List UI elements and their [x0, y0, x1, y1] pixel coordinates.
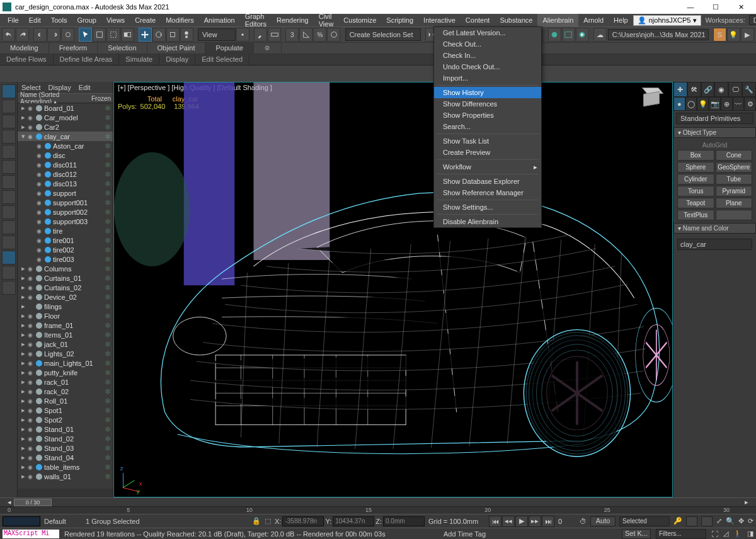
menu-item-check-in-[interactable]: Check In... [434, 50, 541, 61]
menu-item-show-settings-[interactable]: Show Settings... [434, 201, 541, 213]
menu-substance[interactable]: Substance [495, 14, 537, 26]
menu-edit[interactable]: Edit [24, 14, 46, 26]
percent-snap-button[interactable]: % [313, 28, 326, 42]
menu-item-show-reference-manager[interactable]: Show Reference Manager [434, 187, 541, 198]
scene-node-car2[interactable]: ▸◉Car2❄ [18, 122, 113, 132]
scene-node-curtains_01[interactable]: ▸◉Curtains_01❄ [18, 273, 113, 283]
rollout-name-color[interactable]: Name and Color [673, 223, 756, 234]
close-button[interactable]: ✕ [728, 0, 753, 14]
sub-geometry[interactable]: ● [673, 97, 685, 111]
tab-hierarchy[interactable]: 🔗 [701, 82, 715, 97]
display-containers-button[interactable] [2, 235, 16, 249]
goto-start-button[interactable]: ⏮ [489, 516, 501, 527]
menu-create[interactable]: Create [130, 14, 161, 26]
scene-node-rack_01[interactable]: ▸◉rack_01❄ [18, 377, 113, 387]
scene-node-aston_car[interactable]: ◉Aston_car❄ [18, 141, 113, 150]
create-pyramid[interactable]: Pyramid [716, 186, 753, 196]
link-button[interactable] [33, 28, 47, 42]
scene-node-clay_car[interactable]: ▾◉clay_car❄ [18, 132, 113, 141]
scene-node-support[interactable]: ◉support❄ [18, 188, 113, 198]
menu-views[interactable]: Views [101, 14, 130, 26]
menu-item-show-task-list[interactable]: Show Task List [434, 135, 541, 147]
z-input[interactable]: 0.0mm [383, 516, 425, 526]
scene-explorer-select[interactable]: Select [21, 84, 41, 91]
timeline-prev-icon[interactable]: ◂ [8, 498, 11, 506]
ribbon-sub-edit-selected[interactable]: Edit Selected [195, 54, 249, 65]
select-region-button[interactable] [106, 28, 120, 42]
display-groups-button[interactable] [2, 190, 16, 204]
menu-scripting[interactable]: Scripting [381, 14, 418, 26]
scene-node-columns[interactable]: ▸◉Columns❄ [18, 264, 113, 273]
autogrid-checkbox[interactable]: AutoGrid [677, 140, 752, 150]
scene-node-disc012[interactable]: ◉disc012❄ [18, 169, 113, 179]
menu-interactive[interactable]: Interactive [418, 14, 461, 26]
time-ruler[interactable]: 051015202530 [0, 506, 756, 514]
tab-utilities[interactable]: 🔧 [742, 82, 756, 97]
walk-button[interactable]: 🚶 [733, 530, 742, 538]
scene-node-stand_02[interactable]: ▸◉Stand_02❄ [18, 434, 113, 443]
ribbon-tab-selection[interactable]: Selection [98, 43, 147, 54]
scene-node-disc[interactable]: ◉disc❄ [18, 150, 113, 160]
menu-customize[interactable]: Customize [338, 14, 381, 26]
selection-lock-icon[interactable]: ⬚ [265, 517, 271, 525]
select-manipulate-button[interactable] [254, 28, 267, 42]
menu-rendering[interactable]: Rendering [272, 14, 314, 26]
primitive-category-dropdown[interactable]: Standard Primitives [676, 113, 753, 124]
menu-item-check-out-[interactable]: Check Out... [434, 38, 541, 50]
maxscript-listener[interactable]: MAXScript Mi [3, 530, 59, 538]
signed-in-user[interactable]: 👤 njohnsJXCP5 ▾ [633, 15, 702, 26]
menu-group[interactable]: Group [72, 14, 101, 26]
current-frame-input[interactable]: 0 [558, 518, 576, 525]
display-shapes-button[interactable] [2, 115, 16, 128]
redo-button[interactable] [16, 28, 29, 42]
window-crossing-button[interactable] [121, 28, 134, 42]
select-rotate-button[interactable] [152, 28, 166, 42]
zoom-extents-button[interactable]: ⤢ [716, 517, 722, 525]
sub-helpers[interactable]: ⊕ [721, 97, 733, 111]
create-cylinder[interactable]: Cylinder [677, 174, 714, 184]
select-move-button[interactable] [139, 28, 152, 42]
x-input[interactable]: -3588.978n [282, 516, 324, 526]
next-frame-button[interactable]: ▸▸ [529, 516, 541, 527]
scene-explorer-display[interactable]: Display [49, 84, 71, 91]
menu-alienbrain[interactable]: Alienbrain [537, 14, 578, 26]
display-all-button[interactable] [2, 84, 16, 98]
arnold-render-button[interactable]: ▶ [741, 28, 754, 42]
rollout-object-type[interactable]: Object Type [673, 127, 756, 138]
scene-node-support002[interactable]: ◉support002❄ [18, 207, 113, 217]
scene-node-roll_01[interactable]: ▸◉Roll_01❄ [18, 396, 113, 406]
time-config-button[interactable]: ⏱ [580, 518, 587, 525]
scene-node-rack_02[interactable]: ▸◉rack_02❄ [18, 387, 113, 396]
sub-spacewarp[interactable]: 〰 [733, 97, 745, 111]
project-path[interactable]: C:\Users\njoh...\3ds Max 2021 [608, 29, 709, 40]
y-input[interactable]: 10434.37n [333, 516, 374, 526]
minimize-button[interactable]: ― [678, 0, 703, 14]
scene-node-frame_01[interactable]: ▸◉frame_01❄ [18, 321, 113, 330]
substance-button[interactable]: S [713, 28, 726, 42]
scene-node-device_02[interactable]: ▸◉Device_02❄ [18, 292, 113, 302]
menu-item-workflow[interactable]: Workflow [434, 161, 541, 173]
display-xrefs-button[interactable] [2, 205, 16, 219]
menu-help[interactable]: Help [609, 14, 633, 26]
set-key-button[interactable]: Set K... [622, 529, 651, 539]
scene-node-jack_01[interactable]: ▸◉jack_01❄ [18, 339, 113, 349]
display-helpers-button[interactable] [2, 160, 16, 174]
tab-create[interactable]: ✚ [673, 82, 687, 97]
menu-modifiers[interactable]: Modifiers [161, 14, 199, 26]
selection-set-input[interactable]: Create Selection Set [345, 28, 421, 41]
key-filters-dropdown[interactable]: Selected [619, 516, 670, 526]
menu-content[interactable]: Content [461, 14, 495, 26]
rendered-frame-button[interactable] [562, 28, 575, 42]
scene-node-spot2[interactable]: ▸◉Spot2❄ [18, 415, 113, 424]
set-key-large-button[interactable]: 🔑 [673, 517, 682, 525]
menu-item-show-database-explorer[interactable]: Show Database Explorer [434, 176, 541, 187]
scene-node-support003[interactable]: ◉support003❄ [18, 217, 113, 226]
scene-node-tire001[interactable]: ◉tire001❄ [18, 235, 113, 245]
play-button[interactable]: ▶ [515, 516, 528, 527]
max-toggle-button[interactable]: ◨ [747, 530, 753, 538]
ribbon-sub-simulate[interactable]: Simulate [119, 54, 159, 65]
select-object-button[interactable] [79, 28, 92, 42]
menu-item-search-[interactable]: Search... [434, 121, 541, 132]
display-hidden-button[interactable] [2, 266, 16, 280]
orbit-button[interactable]: ⟳ [748, 517, 753, 525]
